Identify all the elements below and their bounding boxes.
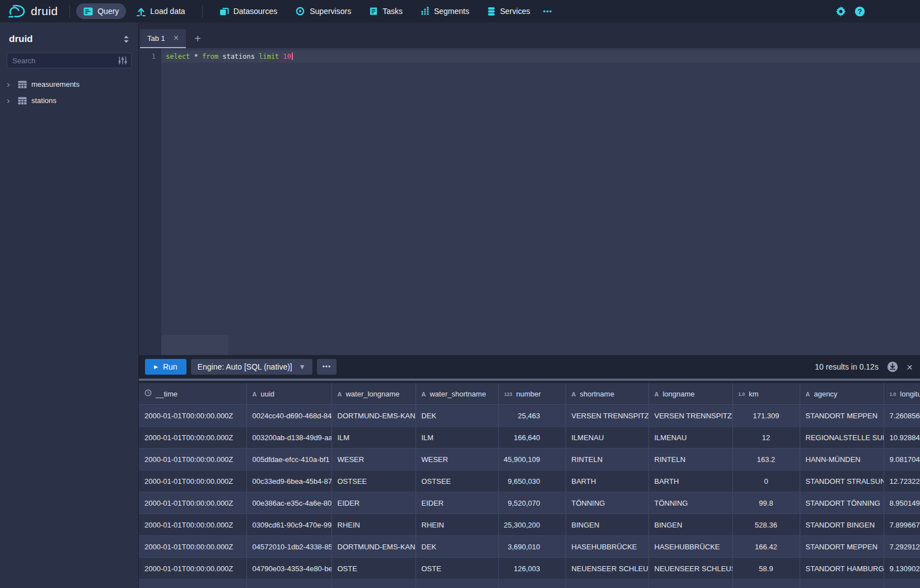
cell-uuid[interactable]: 04572010-1db2-4338-85 [246,536,331,558]
cell-__time[interactable]: 2000-01-01T00:00:00.000Z [139,449,246,470]
cell-agency[interactable]: STANDORT TÖNNING [800,492,884,514]
cell-longname[interactable]: BARTH [648,470,732,492]
cell-number[interactable]: 166,640 [498,427,566,449]
cell-agency[interactable] [800,580,884,588]
cell-longitude[interactable]: 7.292912 [884,536,920,558]
column-header-number[interactable]: 123number [498,383,566,405]
cell-km[interactable]: 163.2 [732,449,800,470]
cell-__time[interactable]: 2000-01-01T00:00:00.000Z [139,492,246,514]
cell-longname[interactable]: HASEHUBBRÜCKE [648,536,732,558]
nav-item-tasks[interactable]: Tasks [362,3,410,19]
cell-longname[interactable]: ILMENAU [648,427,732,449]
column-header-uuid[interactable]: Auuid [246,383,331,405]
cell-longname[interactable]: TÖNNING [648,492,732,514]
cell-agency[interactable]: STANDORT MEPPEN [800,536,884,558]
cell-uuid[interactable]: 0309cd61-90c9-470e-99 [246,514,331,536]
cell-__time[interactable]: 2000-01-01T00:00:00.000Z [139,558,246,580]
nav-item-datasources[interactable]: Datasources [212,3,285,19]
sql-query-text[interactable]: select * from stations limit 10 [166,50,293,63]
cell-uuid[interactable] [246,580,331,588]
run-button[interactable]: ▶ Run [145,359,186,375]
cell-water_longname[interactable] [331,580,415,588]
cell-km[interactable]: 528.36 [732,514,800,536]
cell-longitude[interactable]: 7.899667 [884,514,920,536]
cell-__time[interactable]: 2000-01-01T00:00:00.000Z [139,405,246,427]
close-icon[interactable]: × [174,34,179,43]
cell-shortname[interactable]: HASEHUBBRÜCKE [566,536,648,558]
cell-water_longname[interactable]: ILM [331,427,415,449]
gear-icon[interactable] [835,6,846,17]
download-icon[interactable] [887,361,898,372]
cell-uuid[interactable]: 003200ab-d138-49d9-aa [246,427,331,449]
column-header-__time[interactable]: __time [139,383,246,405]
column-header-water_shortname[interactable]: Awater_shortname [415,383,498,405]
tree-item-stations[interactable]: ›stations [0,92,138,109]
cell-longitude[interactable]: 9.081704 [884,449,920,470]
tree-item-measurements[interactable]: ›measurements [0,76,138,92]
cell-number[interactable]: 126,003 [498,558,566,580]
cell-km[interactable]: 58.9 [732,558,800,580]
cell-longitude[interactable]: 7.260856 [884,405,920,427]
cell-water_shortname[interactable]: DEK [415,536,498,558]
nav-item-segments[interactable]: Segments [413,3,477,19]
tab-tab-1[interactable]: Tab 1 × [140,29,186,48]
nav-item-services[interactable]: Services [480,3,538,19]
cell-water_shortname[interactable]: OSTSEE [415,470,498,492]
cell-water_longname[interactable]: RHEIN [331,514,415,536]
cell-shortname[interactable]: NEUENSEER SCHLEUSENK [566,558,648,580]
query-more-button[interactable]: ••• [317,359,337,375]
cell-km[interactable]: 99.8 [732,492,800,514]
column-header-longitude[interactable]: 1.0longitude [884,383,920,405]
engine-select-button[interactable]: Engine: Auto [SQL (native)] ▼ [191,359,312,375]
cell-longname[interactable] [648,580,732,588]
add-tab-button[interactable]: + [186,29,209,48]
cell-uuid[interactable]: 005dfdae-efcc-410a-bf1 [246,449,331,470]
cell-agency[interactable]: STANDORT HAMBURG [800,558,884,580]
cell-__time[interactable]: 2000-01-01T00:00:00.000Z [139,514,246,536]
cell-water_shortname[interactable] [415,580,498,588]
cell-shortname[interactable]: TÖNNING [566,492,648,514]
cell-longname[interactable]: RINTELN [648,449,732,470]
cell-km[interactable]: 171.309 [732,405,800,427]
cell-water_longname[interactable]: EIDER [331,492,415,514]
cell-shortname[interactable]: RINTELN [566,449,648,470]
more-menu-button[interactable]: ••• [538,7,558,16]
cell-water_longname[interactable]: OSTSEE [331,470,415,492]
cell-km[interactable]: 0 [732,470,800,492]
brand[interactable]: druid [6,4,63,19]
sort-toggle-icon[interactable] [123,35,129,43]
cell-number[interactable] [498,580,566,588]
chevron-right-icon[interactable]: › [7,96,17,105]
nav-item-load-data[interactable]: Load data [129,3,192,19]
cell-number[interactable]: 25,463 [498,405,566,427]
cell-shortname[interactable]: ILMENAU [566,427,648,449]
cell-longitude[interactable]: 8.950149 [884,492,920,514]
cell-uuid[interactable]: 00c33ed9-6bea-45b4-87 [246,470,331,492]
cell-longname[interactable]: VERSEN TRENNSPITZE [648,405,732,427]
cell-longname[interactable]: NEUENSEER SCHLEUSENK [648,558,732,580]
nav-item-query[interactable]: Query [76,3,126,19]
filter-icon[interactable] [118,57,127,67]
cell-number[interactable]: 3,690,010 [498,536,566,558]
cell-longitude[interactable]: 12.723226 [884,470,920,492]
column-header-longname[interactable]: Alongname [648,383,732,405]
cell-water_shortname[interactable]: WESER [415,449,498,470]
search-input[interactable] [7,53,132,68]
cell-longname[interactable]: BINGEN [648,514,732,536]
cell-__time[interactable]: 2000-01-01T00:00:00.000Z [139,470,246,492]
cell-water_longname[interactable]: WESER [331,449,415,470]
chevron-right-icon[interactable]: › [7,80,17,89]
cell-water_shortname[interactable]: RHEIN [415,514,498,536]
cell-agency[interactable]: HANN-MÜNDEN [800,449,884,470]
cell-uuid[interactable]: 04790e03-4353-4e80-be [246,558,331,580]
column-header-water_longname[interactable]: Awater_longname [331,383,415,405]
cell-shortname[interactable]: BINGEN [566,514,648,536]
cell-agency[interactable]: STANDORT BINGEN [800,514,884,536]
cell-__time[interactable]: 2000-01-01T00:00:00.000Z [139,536,246,558]
cell-water_longname[interactable]: DORTMUND-EMS-KANAL [331,405,415,427]
close-results-icon[interactable]: × [907,362,913,372]
cell-number[interactable]: 25,300,200 [498,514,566,536]
cell-longitude[interactable] [884,580,920,588]
cell-shortname[interactable] [566,580,648,588]
cell-km[interactable]: 166.42 [732,536,800,558]
